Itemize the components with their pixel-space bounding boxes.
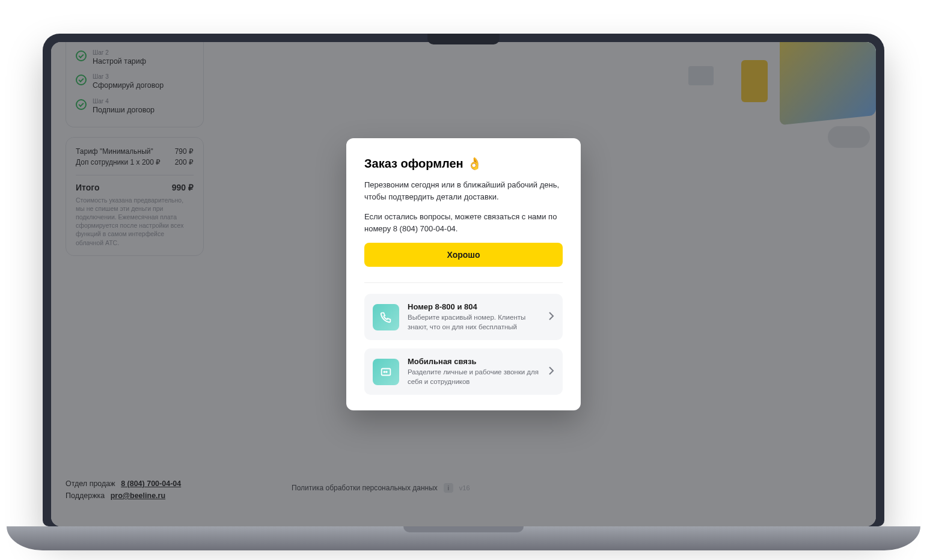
offer-card-mobile[interactable]: Мобильная связь Разделите личные и рабоч…	[364, 348, 563, 395]
screen: Шаг 2 Настрой тариф Шаг 3 Сформируй дого…	[51, 42, 876, 526]
chevron-right-icon	[548, 311, 554, 323]
offer-desc: Разделите личные и рабочие звонки для се…	[408, 367, 540, 386]
laptop-base	[7, 526, 920, 550]
offer-title: Мобильная связь	[408, 357, 540, 366]
ok-button[interactable]: Хорошо	[364, 243, 563, 267]
modal-paragraph: Перезвоним сегодня или в ближайший рабоч…	[364, 179, 563, 202]
svg-point-1	[384, 371, 385, 373]
offer-title: Номер 8-800 и 804	[408, 302, 540, 311]
order-success-modal: Заказ оформлен 👌 Перезвоним сегодня или …	[346, 138, 581, 410]
phone-icon	[373, 304, 399, 330]
chevron-right-icon	[548, 366, 554, 378]
sim-card-icon	[373, 359, 399, 385]
offer-desc: Выберите красивый номер. Клиенты знают, …	[408, 312, 540, 332]
offer-card-8800[interactable]: Номер 8-800 и 804 Выберите красивый номе…	[364, 294, 563, 340]
modal-paragraph: Если остались вопросы, можете связаться …	[364, 211, 563, 234]
modal-title-text: Заказ оформлен	[364, 157, 464, 171]
modal-title: Заказ оформлен 👌	[364, 156, 563, 171]
ok-hand-icon: 👌	[467, 156, 482, 171]
modal-overlay[interactable]: Заказ оформлен 👌 Перезвоним сегодня или …	[51, 42, 876, 526]
laptop-frame: Шаг 2 Настрой тариф Шаг 3 Сформируй дого…	[43, 34, 884, 526]
divider	[364, 282, 563, 283]
laptop-notch	[427, 34, 500, 44]
svg-point-2	[386, 371, 387, 373]
